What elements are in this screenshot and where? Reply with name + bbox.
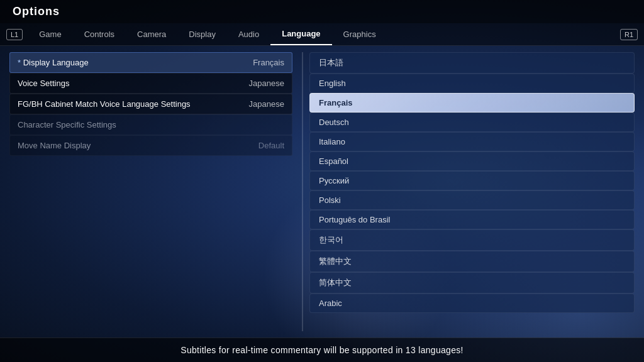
language-option[interactable]: Polski <box>309 190 635 210</box>
setting-label: Voice Settings <box>18 79 69 88</box>
bottom-bar: Subtitles for real-time commentary will … <box>0 337 644 362</box>
footer-text: Subtitles for real-time commentary will … <box>180 345 463 355</box>
setting-row: Move Name DisplayDefault <box>9 135 292 156</box>
language-list: 日本語EnglishFrançaisDeutschItalianoEspañol… <box>306 52 635 331</box>
setting-row: Character Specific Settings <box>9 114 292 135</box>
tab-camera[interactable]: Camera <box>126 23 177 45</box>
tab-controls[interactable]: Controls <box>73 23 126 45</box>
setting-value: Default <box>258 141 284 150</box>
left-panel: Display LanguageFrançaisVoice SettingsJa… <box>9 52 299 331</box>
language-option[interactable]: Español <box>309 151 635 171</box>
language-option[interactable]: 日本語 <box>309 52 635 74</box>
setting-value: Français <box>253 58 284 67</box>
language-option[interactable]: 简体中文 <box>309 272 635 293</box>
setting-row[interactable]: Display LanguageFrançais <box>9 52 292 73</box>
panel-divider <box>302 52 303 331</box>
language-option[interactable]: Русский <box>309 171 635 190</box>
nav-tabs: L1 GameControlsCameraDisplayAudioLanguag… <box>0 23 644 46</box>
language-option[interactable]: English <box>309 74 635 93</box>
tab-graphics[interactable]: Graphics <box>332 23 387 45</box>
tab-audio[interactable]: Audio <box>227 23 270 45</box>
setting-label: Character Specific Settings <box>18 120 116 129</box>
setting-row[interactable]: Voice SettingsJapanese <box>9 73 292 94</box>
setting-label: Move Name Display <box>18 141 91 150</box>
title-bar: Options <box>0 0 644 23</box>
setting-value: Japanese <box>249 99 284 109</box>
language-option[interactable]: Deutsch <box>309 112 635 132</box>
setting-value: Japanese <box>249 79 284 88</box>
language-option[interactable]: 한국어 <box>309 229 635 251</box>
setting-row[interactable]: FG/BH Cabinet Match Voice Language Setti… <box>9 94 292 114</box>
content-area: Display LanguageFrançaisVoice SettingsJa… <box>0 46 644 337</box>
tab-language[interactable]: Language <box>270 23 331 45</box>
language-option[interactable]: Português do Brasil <box>309 210 635 229</box>
right-nav-button[interactable]: R1 <box>620 29 638 40</box>
tab-game[interactable]: Game <box>28 23 72 45</box>
setting-label: FG/BH Cabinet Match Voice Language Setti… <box>18 99 191 109</box>
language-option[interactable]: 繁體中文 <box>309 251 635 272</box>
left-nav-button[interactable]: L1 <box>6 29 23 40</box>
language-option[interactable]: Arabic <box>309 293 635 313</box>
tab-display[interactable]: Display <box>177 23 227 45</box>
setting-label: Display Language <box>18 58 89 67</box>
page-title: Options <box>13 5 60 18</box>
language-option[interactable]: Italiano <box>309 132 635 151</box>
language-option[interactable]: Français <box>309 93 635 112</box>
